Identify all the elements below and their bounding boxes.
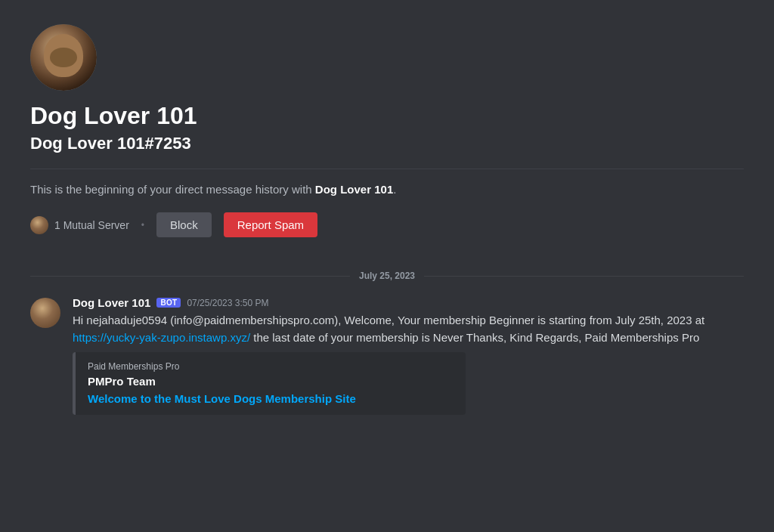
dm-history-text: This is the beginning of your direct mes… xyxy=(30,181,744,197)
mutual-server-avatar xyxy=(30,216,48,234)
profile-divider xyxy=(30,169,744,169)
block-button[interactable]: Block xyxy=(156,212,212,237)
profile-section: Dog Lover 101 Dog Lover 101#7253 This is… xyxy=(30,24,744,243)
actions-row: 1 Mutual Server • Block Report Spam xyxy=(30,212,744,237)
message-container: Dog Lover 101 BOT 07/25/2023 3:50 PM Hi … xyxy=(30,293,744,418)
bot-badge: BOT xyxy=(156,298,181,308)
message-text: Hi nejahaduje0594 (info@paidmembershipsp… xyxy=(73,312,744,346)
message-content: Dog Lover 101 BOT 07/25/2023 3:50 PM Hi … xyxy=(73,296,744,415)
username-tag: Dog Lover 101#7253 xyxy=(30,134,744,153)
dot-separator: • xyxy=(141,220,144,230)
dm-history-username: Dog Lover 101 xyxy=(315,183,393,196)
dm-history-prefix: This is the beginning of your direct mes… xyxy=(30,183,315,196)
avatar-image xyxy=(30,24,97,91)
message-text-part1: Hi nejahaduje0594 (info@paidmembershipsp… xyxy=(73,314,704,326)
date-divider: July 25, 2023 xyxy=(30,271,744,281)
embed-container: Paid Memberships Pro PMPro Team Welcome … xyxy=(73,352,466,415)
date-divider-label: July 25, 2023 xyxy=(359,271,415,281)
mutual-server: 1 Mutual Server xyxy=(30,216,129,234)
username-display: Dog Lover 101 xyxy=(30,103,744,129)
message-avatar xyxy=(30,298,60,328)
embed-provider: Paid Memberships Pro xyxy=(88,361,454,372)
dm-history-suffix: . xyxy=(393,183,396,196)
mutual-server-label: 1 Mutual Server xyxy=(54,219,129,231)
report-spam-button[interactable]: Report Spam xyxy=(224,212,317,237)
message-author: Dog Lover 101 xyxy=(73,296,150,309)
user-avatar xyxy=(30,24,97,91)
embed-link[interactable]: Welcome to the Must Love Dogs Membership… xyxy=(88,392,356,405)
main-container: Dog Lover 101 Dog Lover 101#7253 This is… xyxy=(0,0,774,532)
date-divider-line-right xyxy=(424,276,744,277)
date-divider-line-left xyxy=(30,276,350,277)
message-header: Dog Lover 101 BOT 07/25/2023 3:50 PM xyxy=(73,296,744,309)
message-timestamp: 07/25/2023 3:50 PM xyxy=(187,298,268,308)
embed-title: PMPro Team xyxy=(88,375,454,388)
message-link[interactable]: https://yucky-yak-zupo.instawp.xyz/ xyxy=(73,331,250,344)
message-text-part2: the last date of your membership is Neve… xyxy=(250,331,699,344)
